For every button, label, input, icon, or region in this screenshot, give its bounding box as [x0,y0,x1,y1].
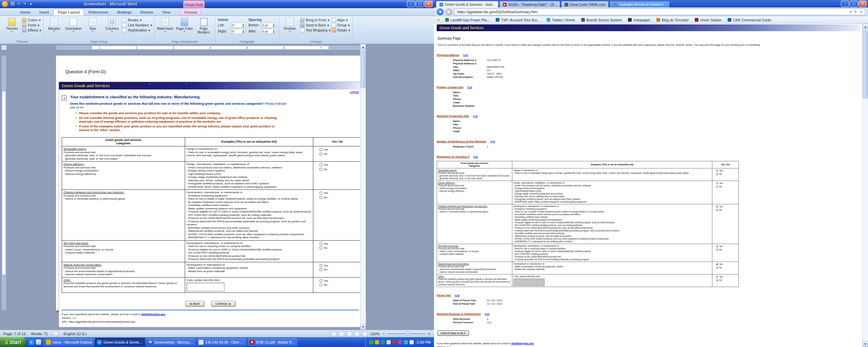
tab-stop-selector[interactable] [1,45,7,50]
office-button-icon[interactable] [2,1,8,7]
browser-tab-youtube[interactable]: ▶RUSH - "Headlong Flight" - Of... [499,1,560,7]
browser-tab-fark[interactable]: Drew Curtis' FARK.com [561,1,609,7]
word-vertical-scrollbar[interactable]: ▲ ▼ [360,44,366,330]
scroll-up-icon[interactable]: ▲ [360,44,366,50]
tab-mailings[interactable]: Mailings [113,9,136,16]
zoom-out-icon[interactable]: − [382,332,385,335]
taskbar-button-word[interactable]: WScreenshots - Microsoft ... [146,338,196,346]
send-to-back-button[interactable]: Send to Back▾ [300,23,331,27]
spin-down-icon[interactable]: ▼ [273,32,275,34]
horizontal-ruler[interactable]: 1 2 3 4 5 6 7 [56,45,364,50]
language-indicator[interactable]: English (U.S.) [63,332,86,336]
zoom-slider-thumb[interactable] [407,332,409,335]
radio-no[interactable]: No [716,209,737,211]
line-numbers-button[interactable]: Line Numbers▾ [122,23,152,27]
browser-tab-ggs[interactable]: eGreen Goods & Services - Sum... [436,1,498,7]
forward-button[interactable]: ▶ [446,8,452,15]
scrollbar-thumb[interactable] [863,30,868,98]
paragraph-dialog-launcher[interactable]: ↘ [275,40,278,43]
embedded-form-image[interactable]: Green Goods and Services Logout 4 Your e… [59,82,362,327]
margins-button[interactable]: Margins▾ [45,17,63,33]
radio-yes[interactable]: Yes [716,205,737,208]
radio-no[interactable]: No [716,185,737,188]
text-wrapping-button[interactable]: Text Wrapping▾ [300,28,331,33]
radio-no[interactable]: No [716,279,737,282]
favorites-star-icon[interactable]: ★ [437,18,440,22]
spacing-after-stepper[interactable]: After:0 pt▲▼ [249,29,276,34]
taskbar-button-ie[interactable]: eGreen Goods & Servic... [95,338,145,346]
radio-yes-selected[interactable]: Yes [716,263,737,266]
close-button[interactable]: ✕ [859,1,867,7]
edit-link[interactable]: Edit [473,155,478,158]
radio-no[interactable]: No [716,173,737,176]
refresh-icon[interactable]: ↻ [854,10,857,14]
redo-icon[interactable]: ↷ [22,1,27,6]
close-button[interactable]: ✕ [425,1,433,7]
radio-yes[interactable]: Yes [716,169,737,172]
tab-view[interactable]: View [158,9,175,16]
tray-icon[interactable] [404,340,408,344]
themes-button[interactable]: Themes ▾ [3,17,21,33]
orientation-button[interactable]: Orientation▾ [64,17,82,33]
taskbar-button-outlook[interactable]: Inbox - Microsoft Outlook [44,338,94,346]
theme-fonts-button[interactable]: Fonts▾ [22,23,41,27]
start-button[interactable]: Start [0,337,26,347]
tab-page-layout[interactable]: Page Layout [53,9,84,16]
ie-quick-launch-icon[interactable]: e [28,339,34,345]
spacing-before-stepper[interactable]: Before:0 pt▲▼ [249,23,276,28]
radio-yes[interactable]: Yes [716,245,737,248]
size-button[interactable]: Size▾ [83,17,102,33]
tray-icon[interactable] [369,340,373,344]
tray-icon[interactable] [398,340,402,344]
outline-view-icon[interactable] [355,331,360,336]
favorite-item[interactable]: Instapaper [625,17,653,23]
spin-down-icon[interactable]: ▼ [273,25,275,27]
radio-yes[interactable]: Yes [716,275,737,278]
theme-effects-button[interactable]: Effects▾ [22,28,41,33]
tray-icon[interactable] [375,340,379,344]
submit-button[interactable]: Submit Data to BLS [437,330,469,336]
spell-check-icon[interactable]: ✓ [53,331,58,336]
back-button[interactable]: ◀ [437,8,443,15]
tab-references[interactable]: References [84,9,113,16]
edit-link[interactable]: Edit [455,294,460,297]
favorite-item[interactable]: Citi® Commercial Cards [725,17,774,23]
print-layout-view-icon[interactable] [331,331,336,336]
edit-link[interactable]: Edit [468,86,472,89]
page-color-button[interactable]: Page Color▾ [175,17,194,33]
show-desktop-icon[interactable] [36,339,41,345]
edit-link[interactable]: Edit [490,140,495,143]
breaks-button[interactable]: Breaks▾ [122,18,152,22]
web-layout-view-icon[interactable] [347,331,352,336]
columns-button[interactable]: Columns▾ [103,17,121,33]
ie-vertical-scrollbar[interactable]: ▲ ▼ [862,24,868,347]
tab-format[interactable]: Format [180,9,201,16]
save-icon[interactable] [10,1,15,6]
tray-icon[interactable] [410,340,414,344]
word-count[interactable]: Words: 71 [31,332,48,336]
position-button[interactable]: Position▾ [281,17,299,33]
theme-colors-button[interactable]: Colors▾ [22,18,41,22]
tab-review[interactable]: Review [136,9,158,16]
draft-view-icon[interactable] [362,331,368,336]
zoom-level[interactable]: 110% [370,332,379,336]
group-button[interactable]: Group▾ [332,23,351,27]
taskbar-button-citrix[interactable]: 146.142.40.39 - Citrix o... [197,338,247,346]
favorite-item[interactable]: Landfill Gas Power Pla... [442,17,492,23]
favorite-item[interactable]: Twitter / Home [544,17,578,23]
favorite-item[interactable]: Brandt Survey System [578,17,625,23]
favorite-item[interactable]: Union Station [692,17,724,23]
hyphenation-button[interactable]: Hyphenation▾ [122,28,152,33]
address-bar[interactable]: https://ggsdatat.bls.gov/GGS/showSummary… [454,8,865,15]
address-dropdown-icon[interactable]: ▾ [850,10,851,14]
tab-home[interactable]: Home [16,9,35,16]
minimize-button[interactable]: – [407,1,415,7]
favorite-item[interactable]: TSP: Account Your Acc... [493,17,543,23]
scroll-up-icon[interactable]: ▲ [863,24,868,29]
page-indicator[interactable]: Page: 7 of 13 [3,332,25,336]
minimize-button[interactable]: – [841,1,849,7]
clock[interactable]: 2:06 PM [417,340,431,344]
maximize-button[interactable]: □ [850,1,858,7]
tray-icon[interactable] [392,340,396,344]
rotate-button[interactable]: Rotate▾ [332,28,351,33]
